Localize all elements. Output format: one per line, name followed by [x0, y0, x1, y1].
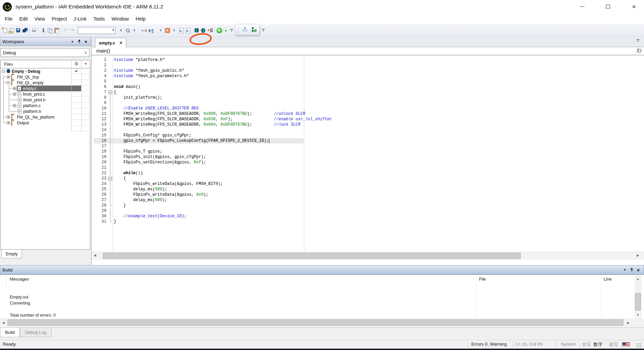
expand-icon[interactable]: +	[13, 87, 16, 90]
code-line-27[interactable]: 27 delay_ms(500);	[92, 197, 644, 203]
build-message-row[interactable]: Empty.out	[10, 295, 28, 299]
code-line-16[interactable]: 16 gpio_cfgPpr = FGpioPs_LookupConfig(FP…	[92, 138, 644, 144]
scroll-right-button[interactable]: ▶	[625, 319, 632, 326]
code-line-4[interactable]: 4#include "fmsh_ps_parameters.h"	[92, 73, 644, 79]
close-button[interactable]: ×	[626, 0, 642, 13]
collapse-icon[interactable]: -	[2, 70, 5, 73]
navigate-forward-button[interactable]	[147, 26, 154, 35]
menu-jlink[interactable]: J-Link	[70, 15, 90, 23]
menu-project[interactable]: Project	[48, 15, 70, 23]
ime-indicator-3[interactable]: 改写	[609, 342, 618, 348]
toolbar-options-button[interactable]	[229, 26, 234, 35]
menu-help[interactable]: Help	[132, 15, 149, 23]
minimize-button[interactable]	[574, 0, 590, 13]
code-line-6[interactable]: 6void main()	[92, 84, 644, 90]
copy-button[interactable]	[46, 26, 53, 35]
flash-breakpoints-button[interactable]	[241, 25, 248, 34]
us-flag-icon[interactable]	[622, 342, 630, 347]
expand-icon[interactable]: +	[13, 93, 16, 96]
expand-icon[interactable]: +	[7, 75, 10, 78]
editor-tab-empty-c[interactable]: empty.c ×	[95, 38, 126, 47]
code-line-3[interactable]: 3#include "fmsh_gpio_public.h"	[92, 68, 644, 73]
drag-handle[interactable]	[238, 26, 239, 33]
scrollbar-thumb[interactable]	[635, 293, 641, 311]
scrollbar-thumb[interactable]	[103, 253, 521, 259]
tree-item-fm-ql-hw-platform[interactable]: +FM_QL_hw_platform	[1, 114, 90, 120]
scrollbar-thumb[interactable]	[7, 319, 623, 326]
next-bookmark-button[interactable]	[171, 26, 177, 35]
debug-without-downloading-button[interactable]	[223, 26, 229, 35]
flash-download-button[interactable]	[250, 25, 257, 34]
scroll-right-button[interactable]: ▶	[635, 252, 641, 259]
tree-item-fmsh-print-h[interactable]: hfmsh_print.h	[1, 97, 90, 103]
code-line-8[interactable]: 8 init_platform();	[92, 95, 644, 100]
expand-icon[interactable]: +	[7, 121, 10, 124]
download-and-debug-button[interactable]	[200, 26, 207, 35]
collapse-icon[interactable]: -	[7, 81, 10, 84]
code-line-5[interactable]: 5	[92, 79, 644, 84]
previous-bookmark-button[interactable]	[157, 26, 164, 35]
tab-list-button[interactable]	[637, 39, 642, 42]
undo-button[interactable]	[62, 26, 69, 35]
build-configuration-select[interactable]: Debug ∨	[1, 48, 90, 57]
quick-search-combobox[interactable]	[78, 27, 115, 34]
code-line-15[interactable]: 15 FGpioPs_Config* gpio_cfgPpr;	[92, 133, 644, 138]
column-header-messages[interactable]: Messages	[10, 277, 29, 282]
cut-button[interactable]	[40, 26, 46, 35]
resize-grip[interactable]	[636, 343, 641, 348]
build-vertical-scrollbar[interactable]: ▲ ▼	[635, 276, 642, 318]
jlink-toolbar-options-button[interactable]	[261, 26, 266, 35]
code-line-22[interactable]: 22 while(1)	[92, 170, 644, 176]
find-next-button[interactable]	[131, 26, 138, 35]
open-document-button[interactable]	[8, 26, 15, 35]
code-line-31[interactable]: 31}	[92, 219, 644, 224]
column-header-line[interactable]: Line	[604, 277, 612, 282]
scroll-left-button[interactable]: ◀	[0, 319, 7, 326]
go-forward-file-button[interactable]	[184, 26, 191, 35]
code-line-24[interactable]: 24 FGpioPs_writeData(&gpios, FMSH_BIT0);	[92, 181, 644, 187]
code-line-7[interactable]: 7{	[92, 90, 644, 95]
code-line-20[interactable]: 20 FGpioPs_setDirection(&gpios, 0xf);	[92, 160, 644, 165]
code-line-25[interactable]: 25 delay_ms(500);	[92, 187, 644, 192]
code-line-14[interactable]: 14	[92, 127, 644, 133]
tree-item-fmsh-print-c[interactable]: +cfmsh_print.c	[1, 91, 90, 97]
workspace-close-button[interactable]: ×	[82, 39, 89, 45]
code-line-17[interactable]: 17	[92, 144, 644, 149]
code-line-10[interactable]: 10 //Enable USER_LEVEL_SHIFTER REG	[92, 106, 644, 111]
ime-indicator-0[interactable]: System	[561, 342, 576, 347]
code-line-26[interactable]: 26 FGpioPs_writeData(&gpios, 0x0);	[92, 192, 644, 197]
expand-icon[interactable]: +	[13, 104, 16, 107]
output-tab-build[interactable]: Build	[0, 328, 20, 337]
code-line-30[interactable]: 30 //example_test(Device_ID);	[92, 214, 644, 219]
menu-view[interactable]: View	[31, 15, 48, 23]
go-back-file-button[interactable]	[177, 26, 184, 35]
code-line-28[interactable]: 28 }	[92, 203, 644, 208]
code-line-2[interactable]: 2	[92, 63, 644, 68]
code-line-1[interactable]: 1#include "platform.h"	[92, 57, 644, 63]
function-list-icon[interactable]: f()	[637, 48, 641, 53]
maximize-button[interactable]	[600, 0, 616, 13]
code-line-21[interactable]: 21	[92, 165, 644, 170]
menu-file[interactable]: File	[1, 15, 16, 23]
cstat-analysis-button[interactable]	[207, 26, 213, 35]
workspace-pin-button[interactable]	[76, 39, 82, 45]
column-header-file[interactable]: File	[479, 277, 486, 282]
debug-button[interactable]	[216, 26, 223, 35]
code-line-13[interactable]: 13 FMSH_WriteReg(FPS_SLCR_BASEADDR, 0x00…	[92, 122, 644, 127]
build-message-row[interactable]	[10, 307, 11, 312]
expand-icon[interactable]: +	[7, 116, 10, 119]
code-line-9[interactable]: 9	[92, 100, 644, 106]
scroll-left-button[interactable]: ◀	[92, 252, 98, 259]
make-button[interactable]	[193, 26, 200, 35]
build-close-button[interactable]: ×	[635, 267, 642, 273]
workspace-tab-empty[interactable]: Empty	[1, 250, 22, 258]
build-menu-button[interactable]: ▼	[621, 267, 628, 273]
tree-item-fm-ql-bsp[interactable]: +FM_QL_bsp	[1, 74, 90, 80]
code-line-23[interactable]: 23 {	[92, 176, 644, 181]
close-icon[interactable]: ×	[120, 40, 122, 45]
tree-item-empty-c[interactable]: +cempty.c	[1, 86, 90, 91]
ime-indicator-1[interactable]: 大写	[582, 342, 591, 348]
build-message-row[interactable]: Total number of errors: 0	[10, 313, 56, 318]
find-previous-button[interactable]	[117, 26, 124, 35]
fold-marker-icon[interactable]	[108, 176, 112, 181]
